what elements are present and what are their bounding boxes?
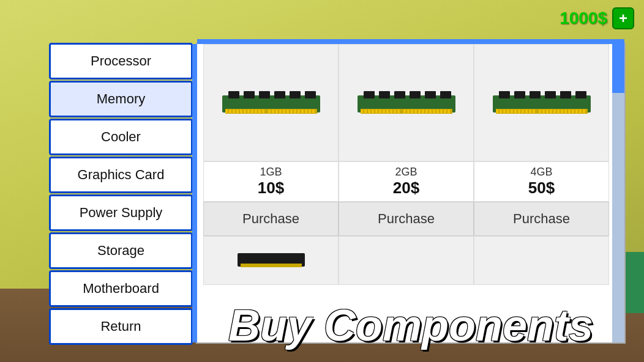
- svg-rect-9: [229, 109, 231, 113]
- svg-rect-88: [557, 109, 560, 113]
- sidebar-item-return[interactable]: Return: [49, 308, 193, 345]
- svg-rect-70: [560, 91, 571, 98]
- sidebar-item-processor[interactable]: Processor: [49, 43, 193, 79]
- svg-rect-61: [440, 109, 443, 113]
- svg-rect-59: [433, 109, 435, 113]
- svg-rect-71: [575, 91, 586, 98]
- svg-rect-26: [294, 109, 296, 113]
- svg-rect-51: [403, 109, 406, 113]
- svg-rect-15: [251, 109, 253, 113]
- ram-image-4gb: [490, 86, 594, 120]
- product-price-1gb: 10$: [204, 179, 338, 198]
- svg-rect-80: [525, 109, 528, 113]
- svg-rect-41: [364, 109, 367, 113]
- svg-rect-6: [290, 91, 301, 98]
- ram-image-1gb: [219, 86, 323, 120]
- svg-rect-39: [440, 91, 451, 98]
- product-cell-1gb: [203, 44, 339, 161]
- svg-rect-28: [301, 109, 304, 113]
- svg-rect-54: [414, 109, 417, 113]
- svg-rect-27: [298, 109, 300, 113]
- svg-rect-75: [507, 109, 509, 113]
- svg-rect-91: [568, 109, 571, 113]
- product-capacity-2gb: 2GB: [339, 166, 473, 179]
- add-currency-button[interactable]: +: [612, 7, 634, 29]
- products-row2-partial: [203, 236, 609, 285]
- svg-rect-55: [418, 109, 421, 113]
- svg-rect-87: [553, 109, 556, 113]
- svg-rect-93: [575, 109, 578, 113]
- svg-rect-12: [240, 109, 242, 113]
- svg-rect-49: [394, 109, 396, 113]
- sidebar-item-graphics-card[interactable]: Graphics Card: [49, 157, 193, 193]
- svg-rect-7: [305, 91, 316, 98]
- svg-rect-63: [447, 109, 450, 113]
- svg-rect-50: [397, 109, 400, 113]
- svg-rect-24: [286, 109, 289, 113]
- sidebar-item-memory[interactable]: Memory: [49, 81, 193, 117]
- svg-rect-11: [236, 109, 239, 113]
- svg-rect-53: [411, 109, 413, 113]
- scrollbar-thumb[interactable]: [612, 44, 624, 93]
- svg-rect-48: [390, 109, 392, 113]
- svg-rect-14: [247, 109, 250, 113]
- svg-rect-10: [233, 109, 235, 113]
- svg-rect-57: [425, 109, 428, 113]
- svg-rect-17: [258, 109, 261, 113]
- svg-rect-68: [530, 91, 541, 98]
- svg-rect-90: [564, 109, 567, 113]
- main-panel: 1GB 10$ 2GB 20$ 4GB 50$ Purchase Purchas…: [196, 43, 626, 344]
- svg-rect-82: [533, 109, 535, 113]
- svg-rect-31: [312, 109, 315, 113]
- svg-rect-79: [522, 109, 524, 113]
- product-price-2gb: 20$: [339, 179, 473, 198]
- sidebar-item-power-supply[interactable]: Power Supply: [49, 194, 193, 231]
- svg-rect-85: [546, 109, 549, 113]
- svg-rect-67: [514, 91, 525, 98]
- sidebar-item-cooler[interactable]: Cooler: [49, 119, 193, 155]
- svg-rect-13: [244, 109, 246, 113]
- svg-rect-95: [583, 109, 585, 113]
- svg-rect-62: [444, 109, 446, 113]
- svg-rect-76: [511, 109, 513, 113]
- purchase-button-2gb[interactable]: Purchase: [339, 202, 474, 236]
- svg-rect-45: [379, 109, 381, 113]
- scrollbar[interactable]: [612, 44, 624, 342]
- svg-rect-37: [410, 91, 421, 98]
- svg-rect-73: [500, 109, 502, 113]
- sidebar-item-motherboard[interactable]: Motherboard: [49, 270, 193, 307]
- svg-rect-81: [529, 109, 531, 113]
- svg-rect-44: [375, 109, 378, 113]
- svg-rect-72: [496, 109, 498, 113]
- svg-rect-22: [279, 109, 282, 113]
- sidebar-item-storage[interactable]: Storage: [49, 232, 193, 269]
- svg-rect-4: [259, 91, 270, 98]
- products-images-row: [203, 44, 609, 161]
- svg-rect-2: [228, 91, 239, 98]
- purchase-button-1gb[interactable]: Purchase: [203, 202, 339, 236]
- svg-rect-56: [422, 109, 424, 113]
- svg-rect-42: [368, 109, 370, 113]
- svg-rect-69: [545, 91, 556, 98]
- svg-rect-5: [274, 91, 285, 98]
- svg-rect-84: [542, 109, 545, 113]
- svg-rect-86: [550, 109, 552, 113]
- svg-rect-66: [499, 91, 510, 98]
- purchase-button-4gb[interactable]: Purchase: [474, 202, 609, 236]
- svg-rect-77: [514, 109, 517, 113]
- svg-rect-19: [268, 109, 271, 113]
- product-price-4gb: 50$: [474, 179, 608, 198]
- top-bar: 1000$ +: [550, 0, 644, 37]
- products-area: 1GB 10$ 2GB 20$ 4GB 50$ Purchase Purchas…: [197, 44, 624, 285]
- product-image-4gb: [481, 51, 602, 155]
- svg-rect-92: [572, 109, 574, 113]
- svg-rect-36: [394, 91, 405, 98]
- product-capacity-1gb: 1GB: [204, 166, 338, 179]
- svg-rect-38: [425, 91, 436, 98]
- svg-rect-46: [383, 109, 385, 113]
- svg-rect-20: [272, 109, 274, 113]
- svg-rect-35: [379, 91, 390, 98]
- product-image-1gb: [210, 51, 332, 155]
- svg-rect-3: [244, 91, 255, 98]
- products-info-row: 1GB 10$ 2GB 20$ 4GB 50$: [203, 161, 609, 202]
